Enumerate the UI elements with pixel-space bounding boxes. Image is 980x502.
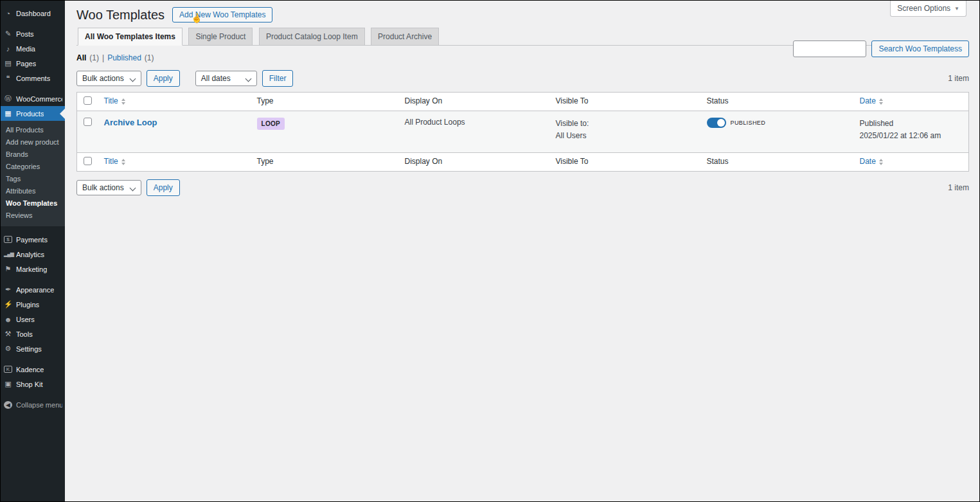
- add-new-woo-templates-button[interactable]: Add New Woo Templates: [172, 7, 272, 22]
- sidebar-item-shop-kit[interactable]: ▣ Shop Kit: [1, 377, 65, 391]
- type-badge: LOOP: [257, 118, 285, 130]
- sidebar-item-label: Pages: [16, 60, 36, 67]
- column-header-display-on: Display On: [398, 93, 549, 111]
- sidebar-item-media[interactable]: ♪ Media: [1, 41, 65, 56]
- plugins-icon: ⚡: [4, 300, 12, 309]
- payments-icon: $: [4, 236, 12, 243]
- cart-icon: ▣: [4, 380, 12, 388]
- visible-to-line1: Visible to:: [556, 118, 694, 130]
- column-header-status: Status: [700, 93, 853, 111]
- sidebar-item-add-new-product[interactable]: Add new product: [1, 136, 65, 148]
- sidebar-separator: [1, 85, 65, 91]
- collapse-arrow-icon: ◀: [4, 401, 12, 409]
- visible-to-line2: All Users: [556, 130, 694, 142]
- sidebar-item-users[interactable]: ☻ Users: [1, 312, 65, 327]
- filter-button[interactable]: Filter: [262, 70, 294, 87]
- sidebar-item-products[interactable]: ▦ Products: [1, 106, 65, 121]
- sidebar-item-all-products[interactable]: All Products: [1, 123, 65, 136]
- table-row: Archive Loop LOOP All Product Loops Visi…: [77, 111, 969, 153]
- posts-icon: ✎: [4, 30, 12, 38]
- sidebar-item-settings[interactable]: ⚙ Settings: [1, 341, 65, 356]
- date-line2: 2025/01/22 at 12:06 am: [860, 130, 963, 142]
- search-bar: Search Woo Templatess: [793, 40, 969, 57]
- column-footer-date[interactable]: Date: [860, 157, 876, 166]
- row-title-link[interactable]: Archive Loop: [104, 118, 157, 127]
- sidebar-item-marketing[interactable]: ⚑ Marketing: [1, 262, 65, 276]
- sidebar-item-label: Analytics: [16, 251, 44, 258]
- tab-product-archive[interactable]: Product Archive: [371, 28, 439, 46]
- sidebar-item-label: Media: [16, 45, 35, 53]
- sidebar-item-label: Settings: [16, 345, 42, 353]
- sidebar-item-label: Plugins: [16, 301, 39, 309]
- table-header-row: Title Type Display On Visible To Status …: [77, 93, 969, 111]
- dashboard-icon: ◔: [4, 10, 12, 17]
- apply-button-bottom[interactable]: Apply: [147, 179, 180, 196]
- apply-button[interactable]: Apply: [147, 70, 180, 87]
- sidebar-item-label: Kadence: [16, 366, 44, 373]
- collapse-menu-button[interactable]: ◀ Collapse menu: [1, 397, 65, 412]
- tab-all-woo-templates-items[interactable]: All Woo Templates Items: [78, 28, 183, 46]
- sidebar-item-comments[interactable]: ❝ Comments: [1, 71, 65, 85]
- tab-single-product[interactable]: Single Product: [188, 28, 253, 46]
- marketing-icon: ⚑: [4, 265, 12, 273]
- sidebar-item-label: Products: [16, 110, 44, 118]
- sidebar-item-plugins[interactable]: ⚡ Plugins: [1, 297, 65, 312]
- select-all-checkbox[interactable]: [84, 157, 92, 165]
- column-footer-title[interactable]: Title: [104, 157, 118, 166]
- sidebar-item-brands[interactable]: Brands: [1, 148, 65, 160]
- date-cell: Published 2025/01/22 at 12:06 am: [853, 111, 969, 153]
- title-bar: Woo Templates Add New Woo Templates ☝: [76, 7, 969, 22]
- view-published-link[interactable]: Published: [107, 53, 141, 62]
- sidebar-item-dashboard[interactable]: ◔ Dashboard: [1, 6, 65, 21]
- sidebar-item-appearance[interactable]: ✒ Appearance: [1, 282, 65, 297]
- sidebar-separator: [1, 356, 65, 362]
- search-input[interactable]: [793, 40, 866, 57]
- sidebar-item-woo-templates[interactable]: Woo Templates: [1, 197, 65, 209]
- sidebar-item-label: Tools: [16, 330, 33, 338]
- table-footer-row: Title Type Display On Visible To Status …: [77, 153, 969, 172]
- sidebar-item-kadence[interactable]: K Kadence: [1, 362, 65, 377]
- dates-filter-select[interactable]: All dates: [195, 71, 257, 86]
- column-header-type: Type: [251, 93, 398, 111]
- sidebar-item-tools[interactable]: ⚒ Tools: [1, 327, 65, 341]
- bulk-actions-select-bottom[interactable]: Bulk actions: [76, 180, 141, 195]
- woocommerce-icon: Ⓦ: [4, 94, 12, 103]
- top-toolbar: Bulk actions Apply All dates Filter 1 it…: [76, 70, 969, 87]
- sidebar-item-tags[interactable]: Tags: [1, 172, 65, 184]
- sidebar-item-label: Dashboard: [16, 10, 51, 17]
- kadence-icon: K: [4, 366, 12, 373]
- pages-icon: ▤: [4, 59, 12, 67]
- view-all-link[interactable]: All: [76, 53, 86, 62]
- column-footer-status: Status: [700, 153, 853, 172]
- visible-to-cell: Visible to: All Users: [549, 111, 700, 153]
- sidebar-item-payments[interactable]: $ Payments: [1, 232, 65, 247]
- sidebar-item-posts[interactable]: ✎ Posts: [1, 26, 65, 41]
- published-toggle[interactable]: [707, 118, 726, 128]
- sidebar-item-label: Marketing: [16, 265, 47, 273]
- display-on-cell: All Product Loops: [398, 111, 549, 153]
- item-count-bottom: 1 item: [948, 183, 969, 192]
- sidebar-item-label: Posts: [16, 30, 34, 38]
- bulk-actions-select[interactable]: Bulk actions: [76, 71, 141, 86]
- view-all-count: (1): [89, 53, 99, 62]
- status-badge: PUBLISHED: [731, 120, 766, 126]
- row-checkbox[interactable]: [84, 118, 92, 126]
- sort-icon: [879, 98, 883, 105]
- sidebar-item-categories[interactable]: Categories: [1, 160, 65, 172]
- sidebar-separator: [1, 21, 65, 26]
- sidebar-item-pages[interactable]: ▤ Pages: [1, 56, 65, 71]
- date-line1: Published: [860, 118, 963, 130]
- sidebar-item-reviews[interactable]: Reviews: [1, 209, 65, 221]
- search-button[interactable]: Search Woo Templatess: [871, 40, 969, 57]
- view-published-count: (1): [145, 53, 154, 62]
- sidebar-item-attributes[interactable]: Attributes: [1, 184, 65, 197]
- column-header-title[interactable]: Title: [104, 96, 118, 105]
- column-footer-visible-to: Visible To: [549, 153, 700, 172]
- sidebar-item-woocommerce[interactable]: Ⓦ WooCommerce: [1, 91, 65, 106]
- select-all-checkbox[interactable]: [84, 96, 92, 105]
- column-header-date[interactable]: Date: [860, 96, 876, 105]
- sidebar-item-label: Comments: [16, 75, 50, 82]
- tab-product-catalog-loop-item[interactable]: Product Catalog Loop Item: [259, 28, 365, 46]
- sidebar-item-analytics[interactable]: ▂▄▆ Analytics: [1, 247, 65, 262]
- sidebar-separator: [1, 226, 65, 232]
